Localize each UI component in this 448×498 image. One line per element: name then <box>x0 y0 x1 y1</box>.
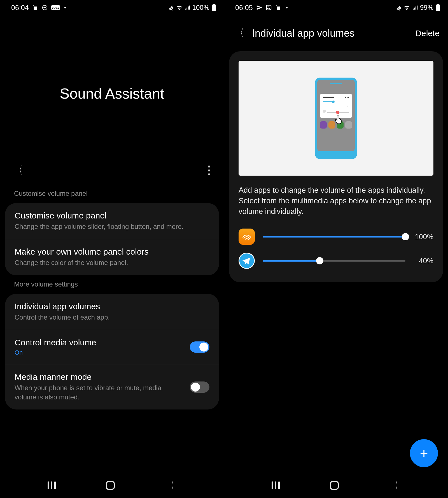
item-individual-app-volumes[interactable]: Individual app volumes Control the volum… <box>5 294 219 330</box>
shopping-bag-icon <box>275 4 281 11</box>
nav-back-button[interactable]: 〈 <box>391 478 398 493</box>
toggle-control-media-volume[interactable] <box>190 341 209 353</box>
status-time: 06:05 <box>235 4 253 12</box>
item-title: Individual app volumes <box>15 302 209 311</box>
item-subtitle: Control the volume of each app. <box>15 313 209 322</box>
svg-rect-8 <box>436 5 440 11</box>
item-subtitle: When your phone is set to vibrate or mut… <box>15 383 185 402</box>
item-on-label: On <box>15 349 185 356</box>
do-not-disturb-icon <box>42 4 48 11</box>
delete-button[interactable]: Delete <box>415 29 440 38</box>
more-menu-button[interactable] <box>208 166 210 175</box>
signal-icon <box>185 4 191 11</box>
navigation-bar: 〈 <box>224 473 448 498</box>
battery-percent: 100% <box>192 4 209 11</box>
card-app-volumes: ⌃ <box>229 51 443 282</box>
vibrate-icon <box>395 4 402 11</box>
page-title: Sound Assistant <box>0 85 224 102</box>
notification-dot-icon <box>64 7 66 8</box>
signal-icon <box>412 4 418 11</box>
nav-recents-button[interactable] <box>272 481 280 489</box>
battery-icon <box>212 4 216 11</box>
description-text: Add apps to change the volume of the app… <box>239 185 433 217</box>
plus-icon: + <box>420 445 428 461</box>
volume-value-audible: 100% <box>413 232 433 241</box>
app-icon-audible <box>239 229 255 245</box>
battery-icon <box>436 4 440 11</box>
app-volume-row-audible: 100% <box>239 225 433 249</box>
nav-home-button[interactable] <box>106 481 115 490</box>
screen-individual-app-volumes: 06:05 99% <box>224 0 448 498</box>
item-subtitle: Change the app volume slider, floating b… <box>15 222 209 231</box>
illustration-panel: ⌃ <box>239 61 433 176</box>
back-button[interactable]: 〈 <box>15 164 22 177</box>
page-title: Individual app volumes <box>252 27 409 39</box>
app-icon-telegram <box>239 253 255 269</box>
shopping-bag-icon <box>32 4 38 11</box>
battery-percent: 99% <box>420 4 433 11</box>
section-header-more: More volume settings <box>0 280 224 294</box>
item-volume-panel-colors[interactable]: Make your own volume panel colors Change… <box>5 239 219 275</box>
volume-value-telegram: 40% <box>413 257 433 265</box>
item-title: Media manner mode <box>15 372 185 382</box>
status-bar: 06:04 ebay 100% <box>0 0 224 15</box>
status-time: 06:04 <box>11 4 29 12</box>
volume-slider-audible[interactable] <box>263 236 405 238</box>
wifi-icon <box>176 4 183 11</box>
item-control-media-volume[interactable]: Control media volume On <box>5 330 219 364</box>
item-customise-volume-panel[interactable]: Customise volume panel Change the app vo… <box>5 203 219 239</box>
item-title: Make your own volume panel colors <box>15 247 209 257</box>
image-icon <box>266 4 272 11</box>
nav-home-button[interactable] <box>330 481 339 490</box>
item-media-manner-mode[interactable]: Media manner mode When your phone is set… <box>5 364 219 409</box>
item-title: Customise volume panel <box>15 211 209 220</box>
send-icon <box>256 4 262 11</box>
wifi-icon <box>403 4 410 11</box>
back-button[interactable]: 〈 <box>237 26 244 40</box>
app-volume-row-telegram: 40% <box>239 249 433 273</box>
item-subtitle: Change the color of the volume panel. <box>15 258 209 267</box>
nav-recents-button[interactable] <box>48 481 56 489</box>
status-bar: 06:05 99% <box>224 0 448 15</box>
volume-slider-telegram[interactable] <box>263 260 405 262</box>
card-customise: Customise volume panel Change the app vo… <box>5 203 219 275</box>
svg-rect-9 <box>437 4 439 5</box>
screen-sound-assistant: 06:04 ebay 100% S <box>0 0 224 498</box>
navigation-bar: 〈 <box>0 473 224 498</box>
vibrate-icon <box>168 4 174 11</box>
item-title: Control media volume <box>15 338 185 347</box>
toggle-media-manner-mode[interactable] <box>190 381 209 393</box>
svg-point-6 <box>267 6 269 7</box>
notification-dot-icon <box>286 7 288 8</box>
nav-back-button[interactable]: 〈 <box>167 478 174 493</box>
card-more-settings: Individual app volumes Control the volum… <box>5 294 219 409</box>
section-header-customise: Customise volume panel <box>0 190 224 203</box>
add-app-fab[interactable]: + <box>410 439 438 467</box>
svg-rect-3 <box>212 5 216 11</box>
svg-rect-4 <box>213 4 215 5</box>
ebay-icon: ebay <box>51 5 60 10</box>
